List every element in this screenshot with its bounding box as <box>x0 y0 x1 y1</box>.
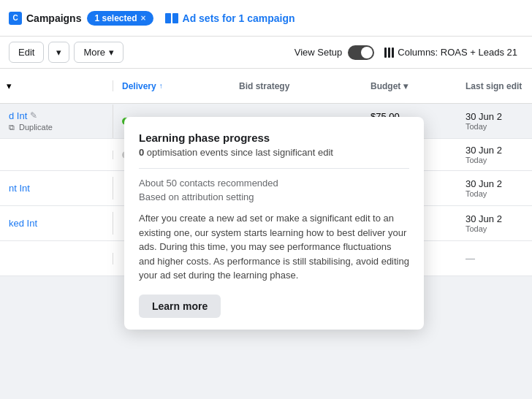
campaigns-icon: C <box>9 12 22 25</box>
popover-divider <box>139 168 409 169</box>
more-label: More <box>83 47 105 58</box>
budget-label: Budget <box>370 81 400 91</box>
row2-last-sig-col: 30 Jun 2 Today <box>457 172 532 204</box>
selected-badge[interactable]: 1 selected × <box>87 11 153 26</box>
row4-last-sig-col: — <box>457 247 532 270</box>
popover-body: After you create a new ad set or make a … <box>139 211 409 283</box>
duplicate-icon: ⧉ <box>9 123 15 132</box>
bid-strategy-label: Bid strategy <box>239 81 289 91</box>
last-sig-header: Last sign edit <box>457 69 532 103</box>
row0-edit-icon[interactable]: ✎ <box>30 110 37 121</box>
row0-duplicate-label[interactable]: Duplicate <box>19 123 53 132</box>
adsets-title: Ad sets for 1 campaign <box>165 12 295 24</box>
campaigns-title: C Campaigns <box>9 12 81 25</box>
name-filter-icon[interactable]: ▾ <box>0 80 18 91</box>
popover-count: 0 <box>139 147 144 158</box>
row3-last-sig-date: 30 Jun 2 <box>466 213 523 224</box>
row1-last-sig-date: 30 Jun 2 <box>466 145 523 156</box>
columns-icon <box>384 48 394 58</box>
row3-last-sig-col: 30 Jun 2 Today <box>457 208 532 239</box>
adsets-icon <box>165 13 178 23</box>
row3-last-sig-sub: Today <box>466 224 523 233</box>
popover-subtitle-text: optimisation events since last significa… <box>147 147 333 158</box>
row0-name: d Int <box>9 110 27 121</box>
budget-filter-icon: ▾ <box>403 81 408 91</box>
delivery-header[interactable]: Delivery ↑ <box>113 69 230 103</box>
table-header: ▾ Delivery ↑ Bid strategy Budget ▾ Last … <box>0 69 532 104</box>
delivery-header-label: Delivery <box>122 81 156 91</box>
row0-last-sig-col: 30 Jun 2 Today <box>457 105 532 137</box>
adsets-label: Ad sets for 1 campaign <box>183 12 295 24</box>
popover-recommendation-line2: Based on attribution setting <box>139 191 409 202</box>
bid-strategy-header[interactable]: Bid strategy <box>230 69 362 103</box>
columns-button[interactable]: Columns: ROAS + Leads 21 <box>379 44 523 61</box>
row0-last-sig-date: 30 Jun 2 <box>466 111 523 122</box>
learning-phase-popover: Learning phase progress 0 optimisation e… <box>124 117 424 330</box>
last-sig-label: Last sign edit <box>466 81 522 91</box>
row2-last-sig-date: 30 Jun 2 <box>466 178 523 189</box>
edit-button[interactable]: Edit <box>9 42 44 63</box>
close-icon[interactable]: × <box>141 13 146 23</box>
campaigns-label: Campaigns <box>26 12 81 24</box>
row4-dash: — <box>466 253 475 264</box>
sort-arrow-icon: ↑ <box>159 82 163 90</box>
row2-name: nt Int <box>9 183 30 194</box>
learn-more-button[interactable]: Learn more <box>139 294 221 318</box>
row0-last-sig-sub: Today <box>466 122 523 131</box>
columns-label: Columns: ROAS + Leads 21 <box>398 47 517 58</box>
view-setup-toggle[interactable] <box>348 45 374 60</box>
popover-title: Learning phase progress <box>139 132 409 144</box>
budget-header[interactable]: Budget ▾ <box>362 69 457 103</box>
selected-count: 1 selected <box>94 13 137 23</box>
view-setup-label: View Setup <box>294 47 343 58</box>
popover-recommendation-line1: About 50 contacts recommended <box>139 178 409 189</box>
popover-subtitle: 0 optimisation events since last signifi… <box>139 147 409 158</box>
chevron-down-icon: ▾ <box>56 47 61 58</box>
top-bar: C Campaigns 1 selected × Ad sets for 1 c… <box>0 0 532 37</box>
more-button[interactable]: More ▾ <box>74 42 123 63</box>
row2-last-sig-sub: Today <box>466 189 523 198</box>
toolbar: Edit ▾ More ▾ View Setup Columns: ROAS +… <box>0 37 532 69</box>
row3-name: ked Int <box>9 218 37 229</box>
view-setup: View Setup <box>294 45 375 60</box>
dropdown-button[interactable]: ▾ <box>48 42 69 63</box>
more-chevron-icon: ▾ <box>109 47 114 58</box>
row1-last-sig-sub: Today <box>466 156 523 164</box>
row1-last-sig-col: 30 Jun 2 Today <box>457 139 532 170</box>
